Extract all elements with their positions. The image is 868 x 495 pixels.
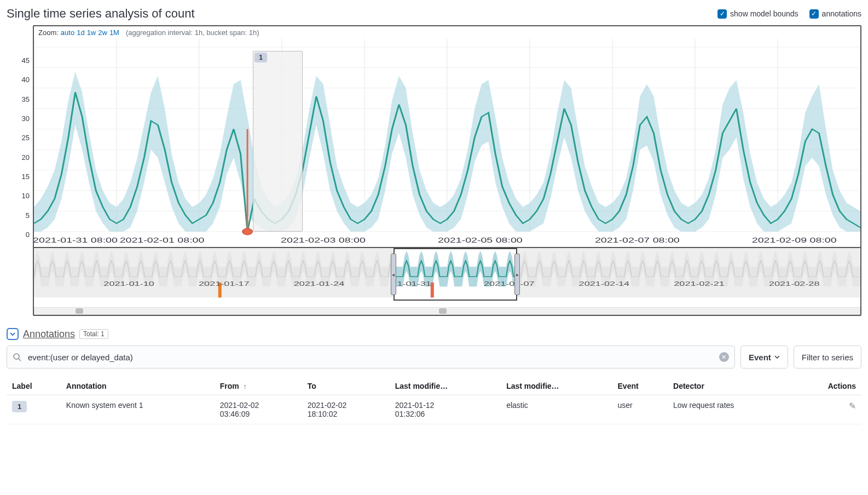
row-last-modified-date: 2021-01-1201:32:06 bbox=[390, 395, 501, 424]
svg-text:2021-01-24: 2021-01-24 bbox=[294, 280, 345, 287]
col-from[interactable]: From ↑ bbox=[215, 377, 302, 395]
y-tick-label: 45 bbox=[22, 56, 30, 65]
zoom-auto[interactable]: auto bbox=[61, 28, 74, 37]
annotation-region[interactable]: 1 bbox=[253, 51, 303, 232]
sort-asc-icon: ↑ bbox=[244, 383, 247, 390]
check-icon: ✓ bbox=[809, 9, 819, 19]
page-title: Single time series analysis of count bbox=[7, 7, 195, 21]
context-chart[interactable]: 2021-01-102021-01-172021-01-241-01-31202… bbox=[34, 247, 860, 307]
y-tick-label: 25 bbox=[22, 134, 30, 142]
search-input[interactable] bbox=[27, 352, 714, 362]
y-axis: 051015202530354045 bbox=[7, 25, 33, 316]
svg-text:2021-02-07 08:00: 2021-02-07 08:00 bbox=[595, 236, 680, 244]
y-tick-label: 30 bbox=[22, 114, 30, 123]
col-from-label: From bbox=[220, 382, 239, 390]
clear-search-icon[interactable]: ✕ bbox=[719, 352, 729, 362]
svg-text:2021-02-03 08:00: 2021-02-03 08:00 bbox=[281, 236, 366, 244]
zoom-1m[interactable]: 1M bbox=[109, 28, 119, 37]
svg-text:2021-02-09 08:00: 2021-02-09 08:00 bbox=[752, 236, 837, 244]
svg-text:2021-02-01 08:00: 2021-02-01 08:00 bbox=[120, 236, 205, 244]
y-tick-label: 0 bbox=[26, 231, 30, 239]
col-to[interactable]: To bbox=[302, 377, 390, 395]
svg-rect-30 bbox=[34, 248, 394, 297]
col-event[interactable]: Event bbox=[612, 377, 668, 395]
svg-line-43 bbox=[19, 359, 21, 361]
y-tick-label: 5 bbox=[26, 211, 30, 219]
col-last-modified-by[interactable]: Last modifie… bbox=[501, 377, 612, 395]
search-box[interactable]: ✕ bbox=[7, 346, 735, 369]
main-chart[interactable]: 2021-01-31 08:002021-02-01 08:002021-02-… bbox=[34, 39, 860, 247]
edit-icon[interactable]: ✎ bbox=[849, 401, 856, 411]
svg-text:2021-01-31 08:00: 2021-01-31 08:00 bbox=[34, 236, 118, 244]
zoom-2w[interactable]: 2w bbox=[98, 28, 107, 37]
row-label-badge: 1 bbox=[12, 401, 27, 412]
checkbox-show-model-bounds[interactable]: ✓ show model bounds bbox=[717, 9, 798, 19]
event-dropdown[interactable]: Event bbox=[740, 346, 788, 369]
annotation-badge: 1 bbox=[254, 53, 267, 62]
scroll-thumb[interactable] bbox=[76, 308, 83, 314]
col-label[interactable]: Label bbox=[7, 377, 61, 395]
annotations-title: Annotations bbox=[23, 329, 75, 340]
svg-point-22 bbox=[242, 228, 252, 235]
checkbox-annotations[interactable]: ✓ annotations bbox=[809, 9, 861, 19]
svg-text:2021-02-05 08:00: 2021-02-05 08:00 bbox=[438, 236, 523, 244]
svg-text:2021-02-14: 2021-02-14 bbox=[579, 280, 630, 287]
row-annotation: Known system event 1 bbox=[61, 395, 215, 424]
svg-text:2021-01-17: 2021-01-17 bbox=[199, 280, 250, 287]
row-last-modified-by: elastic bbox=[501, 395, 612, 424]
checkbox-label: show model bounds bbox=[730, 9, 798, 18]
annotations-total-badge: Total: 1 bbox=[79, 329, 108, 339]
svg-text:1-01-31: 1-01-31 bbox=[397, 280, 431, 287]
table-row[interactable]: 1Known system event 12021-02-0203:46:092… bbox=[7, 395, 861, 424]
y-tick-label: 10 bbox=[22, 192, 30, 200]
y-tick-label: 40 bbox=[22, 76, 30, 84]
zoom-info: (aggregation interval: 1h, bucket span: … bbox=[126, 28, 259, 37]
y-tick-label: 35 bbox=[22, 95, 30, 103]
y-tick-label: 20 bbox=[22, 153, 30, 161]
svg-text:2021-02-07: 2021-02-07 bbox=[484, 280, 535, 287]
search-icon bbox=[13, 353, 21, 361]
context-scrollbar[interactable] bbox=[34, 307, 860, 315]
col-annotation[interactable]: Annotation bbox=[61, 377, 215, 395]
filter-to-series-button[interactable]: Filter to series bbox=[794, 346, 861, 369]
brush-handle-right[interactable]: ▸ bbox=[514, 254, 520, 295]
filter-button-label: Filter to series bbox=[802, 353, 853, 362]
svg-point-42 bbox=[14, 354, 19, 359]
svg-text:2021-01-10: 2021-01-10 bbox=[103, 280, 154, 287]
col-detector[interactable]: Detector bbox=[668, 377, 793, 395]
scroll-thumb[interactable] bbox=[439, 308, 447, 314]
svg-text:2021-02-21: 2021-02-21 bbox=[674, 280, 725, 287]
y-tick-label: 15 bbox=[22, 172, 30, 181]
svg-rect-31 bbox=[517, 248, 860, 297]
event-dropdown-label: Event bbox=[749, 353, 771, 362]
checkbox-label: annotations bbox=[822, 9, 861, 18]
zoom-1d[interactable]: 1d bbox=[77, 28, 84, 37]
col-last-modified-date[interactable]: Last modifie… bbox=[390, 377, 501, 395]
chevron-down-icon bbox=[9, 331, 16, 337]
row-event: user bbox=[612, 395, 668, 424]
chevron-down-icon bbox=[774, 354, 780, 360]
col-actions[interactable]: Actions bbox=[793, 377, 861, 395]
row-from: 2021-02-0203:46:09 bbox=[215, 395, 302, 424]
row-detector: Low request rates bbox=[668, 395, 793, 424]
zoom-prefix: Zoom: bbox=[38, 28, 59, 37]
check-icon: ✓ bbox=[717, 9, 727, 19]
toggle-annotations-button[interactable] bbox=[7, 328, 19, 340]
zoom-1w[interactable]: 1w bbox=[87, 28, 96, 37]
row-to: 2021-02-0218:10:02 bbox=[302, 395, 390, 424]
brush-handle-left[interactable]: ◂ bbox=[391, 254, 396, 295]
annotations-table: Label Annotation From ↑ To Last modifie…… bbox=[7, 377, 861, 424]
svg-text:2021-02-28: 2021-02-28 bbox=[769, 280, 820, 287]
zoom-controls: Zoom: auto 1d 1w 2w 1M (aggregation inte… bbox=[34, 26, 860, 39]
